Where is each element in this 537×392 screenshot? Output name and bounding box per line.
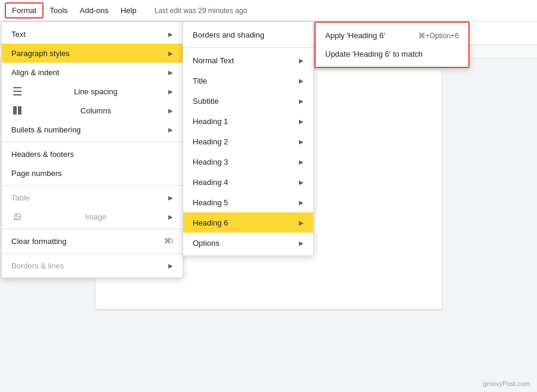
format-menu-item[interactable]: Format	[5, 2, 44, 18]
last-edit-text: Last edit was 29 minutes ago	[155, 7, 247, 15]
menu-item-line-spacing-arrow: ▶	[168, 88, 173, 95]
menu-separator-1	[2, 141, 183, 142]
image-menu-icon	[11, 213, 23, 221]
menu-item-line-spacing[interactable]: Line spacing ▶	[2, 82, 183, 101]
h6-update[interactable]: Update 'Heading 6' to match	[316, 45, 468, 63]
line-spacing-icon	[11, 87, 23, 95]
ps-heading-6[interactable]: Heading 6 ▶	[183, 212, 313, 233]
ps-heading-2[interactable]: Heading 2 ▶	[183, 131, 313, 152]
svg-rect-19	[13, 91, 21, 92]
watermark-text: groovyPost.com	[483, 380, 530, 387]
menu-item-paragraph-styles-arrow: ▶	[168, 50, 173, 57]
ps-title-label: Title	[193, 76, 207, 85]
ps-options[interactable]: Options ▶	[183, 233, 313, 253]
menu-item-page-numbers-label: Page numbers	[11, 169, 62, 178]
ps-heading-4-arrow: ▶	[299, 179, 304, 186]
menu-item-image[interactable]: Image ▶	[2, 207, 183, 226]
menu-item-table-arrow: ▶	[168, 195, 173, 201]
ps-heading-5-label: Heading 5	[193, 198, 228, 207]
svg-point-24	[16, 215, 17, 216]
ps-normal-text[interactable]: Normal Text ▶	[183, 50, 313, 70]
menu-item-headers-label: Headers & footers	[11, 150, 74, 159]
menu-item-table-label: Table	[11, 193, 30, 202]
menu-separator-2	[2, 185, 183, 186]
ps-heading-1-arrow: ▶	[299, 118, 304, 125]
h6-apply[interactable]: Apply 'Heading 6' ⌘+Option+6	[316, 26, 468, 45]
tools-menu-item[interactable]: Tools	[44, 4, 73, 17]
ps-heading-5-arrow: ▶	[299, 199, 304, 206]
svg-rect-20	[13, 94, 21, 95]
h6-apply-label: Apply 'Heading 6'	[325, 31, 385, 40]
paragraph-styles-dropdown: Borders and shading Normal Text ▶ Title …	[183, 21, 314, 256]
menu-item-align-indent-arrow: ▶	[168, 69, 173, 76]
menu-item-paragraph-styles-label: Paragraph styles	[11, 49, 70, 58]
menu-item-text-label: Text	[11, 30, 26, 39]
ps-subtitle-arrow: ▶	[299, 98, 304, 104]
menu-item-line-spacing-label: Line spacing	[74, 87, 118, 96]
h6-apply-shortcut: ⌘+Option+6	[418, 32, 459, 40]
addons-menu-item[interactable]: Add-ons	[74, 4, 115, 17]
ps-heading-3-label: Heading 3	[193, 158, 228, 166]
ps-heading-3-arrow: ▶	[299, 159, 304, 165]
menu-separator-4	[2, 253, 183, 254]
ps-borders-shading-label: Borders and shading	[193, 30, 264, 39]
ps-heading-6-label: Heading 6	[193, 218, 228, 227]
menu-item-align-indent[interactable]: Align & indent ▶	[2, 63, 183, 82]
svg-rect-18	[13, 87, 21, 88]
ps-title[interactable]: Title ▶	[183, 70, 313, 91]
menu-item-page-numbers[interactable]: Page numbers	[2, 163, 183, 183]
heading6-dropdown: Apply 'Heading 6' ⌘+Option+6 Update 'Hea…	[314, 21, 470, 68]
menu-item-borders-lines-label: Borders & lines	[11, 261, 64, 270]
menu-item-clear-formatting[interactable]: Clear formatting ⌘\	[2, 232, 183, 251]
menu-item-borders-lines-arrow: ▶	[168, 263, 173, 269]
ps-heading-5[interactable]: Heading 5 ▶	[183, 192, 313, 212]
svg-rect-22	[18, 106, 21, 115]
ps-heading-4-label: Heading 4	[193, 178, 228, 187]
menu-item-bullets[interactable]: Bullets & numbering ▶	[2, 120, 183, 139]
menu-item-borders-lines[interactable]: Borders & lines ▶	[2, 256, 183, 275]
ps-normal-text-arrow: ▶	[299, 57, 304, 64]
ps-heading-1-label: Heading 1	[193, 117, 228, 126]
ps-subtitle-label: Subtitle	[193, 97, 218, 106]
ps-subtitle[interactable]: Subtitle ▶	[183, 91, 313, 111]
menu-bar: Format Tools Add-ons Help Last edit was …	[0, 0, 537, 21]
menu-item-paragraph-styles[interactable]: Paragraph styles ▶	[2, 44, 183, 63]
menu-item-bullets-arrow: ▶	[168, 126, 173, 133]
menu-item-image-label: Image	[85, 212, 106, 221]
format-dropdown: Text ▶ Paragraph styles ▶ Align & indent…	[1, 21, 183, 278]
menu-item-columns-label: Columns	[81, 106, 111, 115]
ps-options-arrow: ▶	[299, 240, 304, 246]
svg-rect-21	[13, 106, 17, 115]
ps-options-label: Options	[193, 239, 220, 248]
ps-title-arrow: ▶	[299, 78, 304, 84]
h6-update-label: Update 'Heading 6' to match	[325, 50, 422, 58]
menu-item-align-indent-label: Align & indent	[11, 68, 59, 77]
ps-separator-1	[183, 47, 313, 48]
ps-heading-6-arrow: ▶	[299, 220, 304, 226]
menu-item-image-arrow: ▶	[168, 214, 173, 220]
menu-item-text[interactable]: Text ▶	[2, 24, 183, 44]
menu-item-bullets-label: Bullets & numbering	[11, 125, 81, 134]
help-menu-item[interactable]: Help	[115, 4, 143, 17]
menu-item-table[interactable]: Table ▶	[2, 188, 183, 207]
menu-separator-3	[2, 229, 183, 229]
menu-item-text-arrow: ▶	[168, 31, 173, 38]
ps-heading-1[interactable]: Heading 1 ▶	[183, 111, 313, 131]
menu-item-columns[interactable]: Columns ▶	[2, 101, 183, 120]
menu-item-columns-arrow: ▶	[168, 107, 173, 114]
menu-item-headers[interactable]: Headers & footers	[2, 144, 183, 163]
ps-heading-4[interactable]: Heading 4 ▶	[183, 172, 313, 192]
ps-heading-2-label: Heading 2	[193, 137, 228, 146]
ps-normal-text-label: Normal Text	[193, 56, 234, 65]
ps-borders-shading[interactable]: Borders and shading	[183, 24, 313, 45]
menu-item-clear-formatting-label: Clear formatting	[11, 237, 66, 246]
ps-heading-3[interactable]: Heading 3 ▶	[183, 152, 313, 172]
ps-heading-2-arrow: ▶	[299, 138, 304, 145]
columns-icon	[11, 106, 23, 115]
clear-formatting-shortcut: ⌘\	[164, 237, 173, 245]
